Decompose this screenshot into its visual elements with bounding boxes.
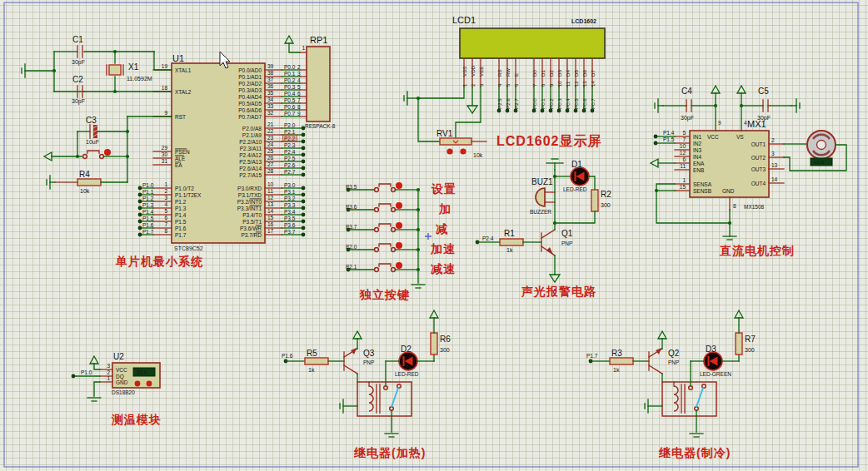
net-label: P3.2 (284, 196, 296, 201)
r2-ref: R2 (601, 190, 611, 199)
net-label: P2.4 (284, 149, 296, 155)
pin-number: 3 (297, 71, 301, 77)
pin-label: VCC (707, 134, 719, 140)
motor-speed-value: +0.0 (814, 160, 825, 165)
r6-ref: R6 (440, 335, 451, 344)
net-label: P1.6 (142, 222, 154, 228)
pin-label: P0.1/AD1 (238, 74, 262, 80)
pin-number: 39 (267, 63, 274, 69)
pin-number: 1 (164, 181, 167, 187)
r7-resistor[interactable] (736, 333, 742, 354)
pin-label: P2.7/A15 (239, 172, 262, 178)
q2-ref: Q2 (668, 349, 680, 358)
pin-number: 8 (164, 228, 167, 234)
r2-resistor[interactable] (591, 190, 598, 211)
rv1-value: 10k (473, 152, 483, 158)
c2-value: 30pF (72, 98, 85, 105)
c2-ref: C2 (72, 75, 83, 84)
net-label: P3.7 (284, 229, 296, 235)
pin-label: IN1 (693, 134, 702, 140)
buzzer[interactable] (536, 188, 545, 206)
r6-resistor[interactable] (431, 333, 437, 354)
pin-number: 25 (267, 148, 274, 154)
pin-number: 1 (682, 177, 686, 183)
caption-relay-cool: 继电器(制冷) (659, 446, 731, 461)
pin-label: P2.0/A8 (242, 126, 262, 131)
pin-number: 1 (302, 45, 305, 51)
pin-number: 3 (164, 195, 167, 201)
net-label: P1.6 (282, 353, 293, 359)
caption-keys: 独立按键 (360, 288, 410, 303)
pin-label: P2.1/A9 (242, 132, 262, 138)
net-label: P0.2 (284, 77, 296, 83)
lcd-pin-number: 12 (574, 81, 579, 87)
net-label: P3.4 (284, 209, 296, 215)
net-label: P3.0 (284, 182, 296, 188)
net-label: P2.3 (284, 142, 296, 148)
lcd-pin-number: 14 (591, 81, 596, 87)
pin-number: 6 (297, 91, 301, 97)
net-label: P0.7 (284, 111, 296, 117)
r1-ref: R1 (504, 229, 515, 238)
lcd-pin-label: RW (505, 68, 511, 77)
rp1-respack[interactable] (307, 47, 330, 121)
net-label: P1.0 (81, 369, 92, 375)
net-label: P2.5 (284, 156, 296, 161)
key-label-speedup: 加速 (431, 242, 456, 257)
net-label: P2.1 (284, 129, 296, 135)
key-button-1[interactable] (375, 188, 379, 192)
pin-label: OUT3 (751, 166, 766, 172)
c5-ref: C5 (758, 87, 769, 96)
r1-value: 1k (506, 247, 513, 253)
r4-resistor[interactable] (77, 179, 101, 186)
net-label: P1.4 (663, 130, 675, 136)
lcd-pin-label: D3 (556, 70, 562, 77)
r3-resistor[interactable] (610, 358, 633, 364)
r2-value: 300 (601, 202, 611, 208)
pin-label: VS (736, 134, 744, 140)
lcd-screen[interactable] (460, 28, 605, 58)
pin-number: 3 (107, 363, 110, 369)
net-label: P2.7 (513, 98, 519, 109)
pin-label: P2.5/A13 (239, 159, 262, 165)
pin-label: P1.5 (175, 219, 187, 225)
caption-temp: 测温模块 (112, 413, 162, 428)
pin-number: 15 (267, 215, 274, 221)
pin-label: P3.0/RXD (237, 186, 262, 191)
net-label: P0.0 (284, 64, 296, 70)
pin-number: 27 (267, 161, 274, 167)
net-label: P0.2 (548, 98, 554, 109)
pin-label: P1.1/T2EX (175, 192, 202, 198)
lcd-pin-number: 10 (557, 81, 562, 87)
pin-number: 12 (267, 195, 274, 201)
key-button-2[interactable] (375, 208, 379, 212)
pin-label: P1.3 (175, 206, 187, 211)
pin-number: 7 (682, 136, 686, 142)
c5-value: 30pF (757, 115, 771, 121)
pin-label: P1.4 (175, 212, 187, 218)
led-d2-ref: D2 (401, 345, 412, 354)
pin-number: 16 (267, 221, 274, 227)
r1-resistor[interactable] (500, 239, 523, 245)
d1-model: LED-RED (563, 186, 587, 192)
r5-resistor[interactable] (305, 358, 328, 364)
pin-number: 9 (164, 110, 167, 116)
pin-number: 4 (164, 201, 167, 207)
net-label: P2.4 (482, 236, 494, 241)
key-button-5[interactable] (375, 268, 379, 272)
net-label: P0.6 (284, 104, 296, 110)
caption-relay-heat: 继电器(加热) (354, 446, 426, 461)
schematic-canvas: U1STC89C5219XTAL118XTAL29RST29PSEN30ALE3… (0, 0, 868, 471)
key-button-4[interactable] (375, 248, 379, 252)
pin-number: 30 (162, 151, 168, 157)
pin-label: P2.4/A12 (239, 152, 262, 158)
r6-value: 300 (440, 347, 450, 353)
key-button-3[interactable] (375, 228, 379, 232)
pin-label: P3.4/T0 (242, 212, 262, 218)
x1-crystal[interactable] (109, 65, 121, 75)
reset-button[interactable] (83, 155, 87, 159)
pin-number: 5 (297, 84, 301, 90)
lcd-pin-label: E (513, 73, 519, 77)
lcd1-ref: LCD1 (452, 15, 476, 25)
led-d2-model: LED-RED (395, 371, 419, 377)
